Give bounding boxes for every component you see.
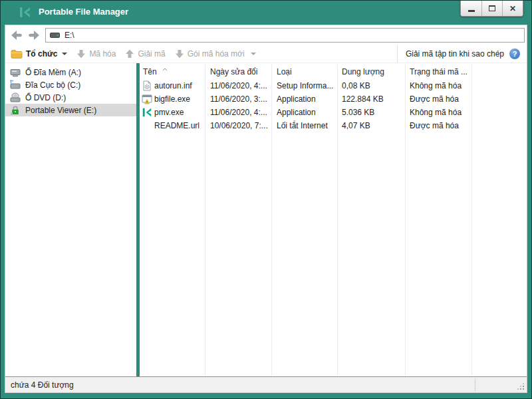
navigation-bar: E:\ [5,25,527,45]
main-area: Ổ Đĩa Mềm (A:) Đĩa Cục bộ (C:) [5,63,527,376]
file-type: Application [277,94,316,104]
file-modified: 11/06/2020, 3:... [210,94,267,104]
new-package-label: Gói mã hóa mới [188,49,245,59]
encrypt-label: Mã hóa [89,49,116,59]
status-bar-divider [475,378,475,391]
decrypt-button[interactable]: Giải mã [125,49,165,59]
title-bar: Portable File Manager ✕ [1,1,531,24]
drive-icon [50,31,61,39]
close-icon: ✕ [509,4,516,13]
minimize-button[interactable] [461,1,481,16]
file-list: Tên Ngày sửa đổi Loại Dung lượng Trạng t… [140,63,527,376]
minimize-icon [468,10,475,12]
sidebar-item-drive-c[interactable]: Đĩa Cục bộ (C:) [5,78,136,91]
client-area: E:\ Tổ chức Mã hóa [5,25,527,393]
sidebar-item-drive-e[interactable]: Portable Viewer (E:) [5,104,136,116]
floppy-drive-icon [10,67,21,78]
file-type: Application [277,108,316,117]
exe-file-icon [142,94,152,104]
maximize-button[interactable] [481,1,502,16]
file-size: 122.884 KB [342,94,384,104]
kaspersky-icon [142,107,152,118]
file-status: Không mã hóa [410,81,462,90]
toolbar: Tổ chức Mã hóa Giải mã Gói mã hóa mới [5,45,527,63]
organize-button[interactable]: Tổ chức [11,49,67,59]
window-controls: ✕ [460,1,523,17]
address-text: E:\ [65,31,74,40]
chevron-down-icon [62,53,67,55]
column-header-type[interactable]: Loại [277,67,292,76]
file-modified: 10/06/2020, 7:... [210,121,268,130]
drive-list: Ổ Đĩa Mềm (A:) Đĩa Cục bộ (C:) [5,63,136,376]
file-size: 5.036 KB [342,108,374,117]
local-disk-icon [10,80,21,90]
file-status: Không mã hóa [410,108,462,117]
sidebar-item-label: Ổ DVD (D:) [25,93,66,102]
file-row-pmv[interactable]: pmv.exe 11/06/2020, 4:... Application 5.… [140,106,527,119]
back-button[interactable] [9,29,25,42]
help-icon[interactable]: ? [509,49,520,59]
folder-icon [11,49,23,59]
forward-button[interactable] [25,29,41,42]
file-size: 0,08 KB [342,81,370,90]
new-package-button[interactable]: Gói mã hóa mới [175,49,256,59]
file-name: bigfile.exe [154,94,190,104]
sidebar-item-label: Đĩa Cục bộ (C:) [25,80,80,90]
column-header-modified[interactable]: Ngày sửa đổi [210,67,257,76]
file-type: Lối tắt Internet [277,121,328,130]
app-window: Portable File Manager ✕ [0,0,532,399]
file-modified: 11/06/2020, 4:... [210,108,267,117]
file-name: README.url [154,121,200,130]
file-name: autorun.inf [154,81,192,90]
sidebar-item-drive-a[interactable]: Ổ Đĩa Mềm (A:) [5,66,136,78]
arrow-down-icon [76,49,86,59]
lock-icon [10,105,21,116]
column-header-name[interactable]: Tên [143,67,157,76]
file-modified: 11/06/2020, 4:... [210,81,267,90]
file-row-readme[interactable]: README.url 10/06/2020, 7:... Lối tắt Int… [140,119,527,132]
decrypt-label: Giải mã [138,49,165,59]
file-list-header: Tên Ngày sửa đổi Loại Dung lượng Trạng t… [140,63,527,79]
decrypt-on-copy-control[interactable]: Giải mã tập tin khi sao chép ? [397,45,527,63]
file-type: Setup Informa... [277,81,333,90]
dvd-drive-icon [10,92,21,103]
maximize-icon [489,5,495,11]
chevron-down-icon [251,53,256,55]
sidebar-item-drive-d[interactable]: Ổ DVD (D:) [5,91,136,104]
encrypt-button[interactable]: Mã hóa [76,49,116,59]
column-header-status[interactable]: Trạng thái mã ... [410,67,467,76]
status-bar: chứa 4 Đối tượng [5,376,527,392]
forward-arrow-icon [27,31,39,40]
file-size: 4,07 KB [342,121,370,130]
resize-grip-icon[interactable] [523,388,524,390]
decrypt-on-copy-label: Giải mã tập tin khi sao chép [406,49,504,59]
sidebar-item-label: Ổ Đĩa Mềm (A:) [25,68,81,77]
file-status: Được mã hóa [410,94,459,104]
file-status: Được mã hóa [410,121,459,130]
address-bar[interactable]: E:\ [45,28,525,43]
organize-label: Tổ chức [26,49,57,59]
setup-file-icon [142,80,152,91]
arrow-down-icon [175,49,184,59]
file-name: pmv.exe [154,108,184,117]
back-arrow-icon [11,31,23,40]
file-row-bigfile[interactable]: bigfile.exe 11/06/2020, 3:... Applicatio… [140,92,527,106]
column-header-size[interactable]: Dung lượng [342,67,384,76]
no-icon [142,120,152,131]
close-button[interactable]: ✕ [502,1,523,16]
file-row-autorun[interactable]: autorun.inf 11/06/2020, 4:... Setup Info… [140,79,527,92]
arrow-up-icon [125,49,134,59]
sidebar-item-label: Portable Viewer (E:) [25,106,96,115]
status-text: chứa 4 Đối tượng [11,380,74,390]
window-title: Portable File Manager [39,7,128,17]
sort-ascending-icon [162,64,168,73]
kaspersky-logo-icon [19,6,31,21]
